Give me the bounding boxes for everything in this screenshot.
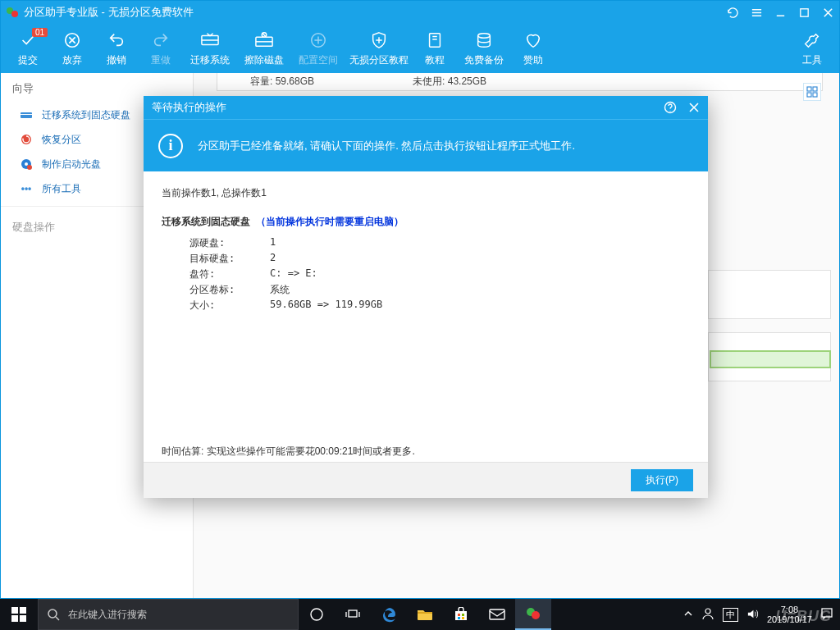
sidebar-item-label: 所有工具 bbox=[42, 182, 81, 196]
dialog-titlebar: 等待执行的操作 bbox=[144, 96, 708, 119]
task-icons bbox=[299, 599, 551, 630]
svg-point-36 bbox=[532, 611, 540, 619]
dots-icon: ••• bbox=[19, 181, 34, 196]
op-row-label: 盘符: bbox=[189, 267, 270, 281]
svg-point-1 bbox=[11, 11, 18, 17]
submit-badge: 01 bbox=[32, 28, 48, 37]
menu-icon[interactable] bbox=[751, 7, 763, 19]
op-row-value: 1 bbox=[270, 236, 276, 250]
toolbar: 01 提交 放弃 撤销 重做 bbox=[1, 24, 839, 73]
svg-rect-38 bbox=[822, 609, 832, 617]
close-icon[interactable] bbox=[822, 7, 834, 19]
search-placeholder: 在此键入进行搜索 bbox=[68, 608, 147, 622]
submit-button[interactable]: 01 提交 bbox=[6, 25, 50, 72]
svg-point-15 bbox=[27, 165, 32, 170]
dialog-banner: i 分区助手已经准备就绪, 请确认下面的操作. 然后点击执行按钮让程序正式地工作… bbox=[144, 119, 708, 171]
app-task-icon[interactable] bbox=[515, 599, 551, 630]
sidebar-item-label: 制作启动光盘 bbox=[42, 158, 101, 171]
discard-button[interactable]: 放弃 bbox=[50, 25, 94, 72]
svg-rect-32 bbox=[458, 617, 460, 619]
op-row-value: 2 bbox=[270, 252, 276, 266]
op-row-label: 分区卷标: bbox=[189, 283, 270, 297]
tray-chevron-icon[interactable] bbox=[683, 609, 693, 620]
dialog-footer: 执行(P) bbox=[144, 462, 708, 498]
mail-icon[interactable] bbox=[479, 599, 515, 630]
cortana-icon[interactable] bbox=[299, 599, 335, 630]
execute-button[interactable]: 执行(P) bbox=[631, 469, 693, 491]
system-tray: 中 7:08 2019/10/17 bbox=[677, 599, 840, 630]
lossless-button[interactable]: 无损分区教程 bbox=[345, 25, 413, 72]
svg-rect-24 bbox=[20, 615, 26, 622]
app-logo-icon bbox=[6, 6, 19, 19]
book-icon bbox=[426, 30, 444, 50]
allocate-icon bbox=[308, 30, 328, 50]
redo-button: 重做 bbox=[139, 25, 183, 72]
svg-rect-30 bbox=[458, 614, 460, 616]
op-row-value: 系统 bbox=[270, 283, 290, 297]
backup-icon bbox=[475, 30, 493, 50]
taskview-icon[interactable] bbox=[335, 599, 371, 630]
svg-rect-22 bbox=[20, 607, 26, 614]
capacity-label: 容量: 59.68GB bbox=[250, 75, 314, 89]
store-icon[interactable] bbox=[443, 599, 479, 630]
help-icon[interactable] bbox=[664, 101, 677, 114]
svg-point-37 bbox=[705, 609, 710, 614]
notifications-icon[interactable] bbox=[820, 607, 833, 622]
donate-button[interactable]: 赞助 bbox=[511, 25, 555, 72]
op-row-label: 源硬盘: bbox=[189, 236, 270, 250]
recover-icon bbox=[19, 132, 34, 147]
free-label: 未使用: 43.25GB bbox=[413, 75, 486, 89]
pending-ops-dialog: 等待执行的操作 i 分区助手已经准备就绪, 请确认下面的操作. 然后点击执行按钮… bbox=[144, 96, 708, 498]
taskbar-clock[interactable]: 7:08 2019/10/17 bbox=[767, 605, 812, 624]
taskbar: 在此键入进行搜索 中 bbox=[0, 599, 840, 630]
backup-button[interactable]: 免费备份 bbox=[457, 25, 511, 72]
svg-rect-18 bbox=[807, 93, 811, 97]
op-row-value: 59.68GB => 119.99GB bbox=[270, 299, 382, 313]
minimize-icon[interactable] bbox=[774, 7, 787, 19]
redo-icon bbox=[152, 30, 170, 50]
svg-rect-21 bbox=[11, 607, 18, 614]
tools-button[interactable]: 工具 bbox=[790, 25, 834, 72]
undo-button[interactable]: 撤销 bbox=[94, 25, 139, 72]
tutorial-button[interactable]: 教程 bbox=[413, 25, 457, 72]
svg-rect-34 bbox=[490, 609, 504, 619]
op-warning: （当前操作执行时需要重启电脑） bbox=[256, 216, 404, 227]
wrench-icon bbox=[803, 30, 821, 50]
taskbar-search[interactable]: 在此键入进行搜索 bbox=[38, 599, 299, 630]
svg-rect-8 bbox=[430, 33, 441, 47]
svg-rect-2 bbox=[801, 8, 808, 16]
ime-indicator[interactable]: 中 bbox=[723, 608, 738, 622]
people-icon[interactable] bbox=[701, 607, 714, 622]
undo-icon bbox=[107, 30, 126, 50]
window-title: 分区助手专业版 - 无损分区免费软件 bbox=[24, 5, 727, 20]
op-title: 迁移系统到固态硬盘 bbox=[162, 216, 250, 227]
op-row: 分区卷标: 系统 bbox=[162, 282, 690, 298]
app-window: 分区助手专业版 - 无损分区免费软件 01 提交 bbox=[0, 0, 840, 599]
edge-icon[interactable] bbox=[371, 599, 407, 630]
disc-icon bbox=[19, 157, 34, 171]
dialog-title: 等待执行的操作 bbox=[152, 100, 226, 115]
heart-icon bbox=[524, 30, 542, 50]
refresh-icon[interactable] bbox=[727, 7, 739, 19]
wipe-button[interactable]: 擦除磁盘 bbox=[237, 25, 291, 72]
title-bar: 分区助手专业版 - 无损分区免费软件 bbox=[1, 1, 839, 24]
maximize-icon[interactable] bbox=[798, 7, 810, 19]
svg-rect-28 bbox=[418, 612, 432, 614]
svg-rect-10 bbox=[21, 112, 32, 118]
bg-panel-highlight bbox=[710, 350, 831, 368]
date-text: 2019/10/17 bbox=[767, 614, 812, 624]
shield-icon bbox=[370, 30, 388, 50]
explorer-icon[interactable] bbox=[407, 599, 443, 630]
op-row: 源硬盘: 1 bbox=[162, 235, 690, 251]
svg-rect-33 bbox=[462, 617, 464, 619]
sidebar-item-label: 恢复分区 bbox=[42, 133, 81, 147]
view-toggle-icon[interactable] bbox=[803, 83, 821, 101]
dialog-close-icon[interactable] bbox=[688, 102, 700, 113]
svg-rect-19 bbox=[813, 93, 817, 97]
op-row: 盘符: C: => E: bbox=[162, 267, 690, 282]
volume-icon[interactable] bbox=[746, 608, 759, 622]
migrate-button[interactable]: 迁移系统 bbox=[183, 25, 237, 72]
start-button[interactable] bbox=[0, 599, 38, 630]
ssd-icon bbox=[19, 107, 34, 122]
discard-icon bbox=[63, 30, 81, 50]
